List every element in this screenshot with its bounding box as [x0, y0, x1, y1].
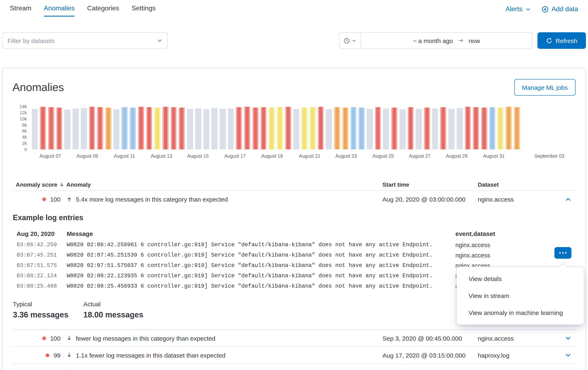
typical-label: Typical — [13, 300, 68, 308]
chart-bar-gray — [457, 108, 463, 150]
refresh-label: Refresh — [556, 37, 577, 44]
tab-settings[interactable]: Settings — [132, 5, 156, 17]
anomaly-description: 5.4x more log messages in this category … — [76, 196, 228, 203]
row-expand-button[interactable] — [562, 349, 574, 361]
chart-bar-red — [40, 107, 46, 150]
anomaly-description: fewer log messages in this category than… — [76, 335, 215, 342]
x-axis-tick: August 15 — [187, 154, 209, 159]
column-header-anomaly-score[interactable]: Anomaly score — [12, 181, 66, 188]
alerts-label: Alerts — [505, 5, 523, 13]
start-time-cell: Aug 20, 2020 @ 03:00:00.000 — [382, 196, 478, 203]
chevron-down-icon — [352, 38, 356, 43]
column-header-label: Anomaly — [66, 181, 91, 188]
logs-anomalies-app: StreamAnomaliesCategoriesSettings Alerts… — [0, 0, 588, 370]
chart-bar-red — [138, 107, 144, 150]
add-data-button[interactable]: Add data — [542, 5, 578, 13]
chart-bar-gray — [73, 109, 79, 150]
nav-actions: Alerts Add data — [505, 5, 578, 17]
log-entry-actions-button[interactable] — [555, 247, 571, 259]
chart-bar-blue — [122, 107, 128, 150]
chart-bar-red — [170, 107, 177, 150]
stat-actual: Actual18.00 messages — [83, 300, 143, 320]
chart-bar-red — [56, 108, 62, 150]
x-axis-tick: August 21 — [299, 154, 321, 159]
x-axis-tick: August 13 — [151, 154, 172, 159]
anomaly-severity-dot — [42, 336, 46, 340]
row-expand-button[interactable] — [562, 193, 574, 205]
refresh-button[interactable]: Refresh — [537, 32, 586, 49]
row-expand-button[interactable] — [562, 366, 574, 370]
log-entry-time: 03:08:22.124 — [13, 273, 67, 279]
refresh-icon — [546, 38, 552, 44]
chart-bar-red — [179, 108, 185, 150]
column-header-dataset[interactable]: Dataset — [478, 181, 561, 188]
tab-anomalies[interactable]: Anomalies — [44, 5, 74, 17]
column-header-start-time[interactable]: Start time — [382, 181, 478, 188]
log-entry-row[interactable]: 03:06:42.259W0820 02:06:42.258961 6 cont… — [13, 240, 576, 250]
chart-bar-red — [375, 107, 381, 150]
expander-cell — [561, 349, 576, 361]
log-table-header: Aug 20, 2020Messageevent.dataset — [13, 227, 576, 240]
top-navigation: StreamAnomaliesCategoriesSettings Alerts… — [0, 0, 588, 17]
x-axis-tick: August 07 — [40, 154, 61, 159]
column-header-anomaly[interactable]: Anomaly — [66, 181, 382, 188]
anomaly-score-value: 100 — [50, 335, 61, 342]
chart-bar-red — [48, 107, 54, 150]
chart-bar-red — [261, 107, 266, 150]
arrow-up-icon — [66, 196, 72, 202]
sort-descending-icon — [60, 182, 64, 187]
menu-item-view-anomaly-in-machine-learning[interactable]: View anomaly in machine learning — [457, 304, 584, 321]
alerts-menu-button[interactable]: Alerts — [505, 5, 531, 13]
log-entry-message: W0820 02:06:42.258961 6 controller.go:91… — [67, 242, 455, 248]
manage-ml-jobs-button[interactable]: Manage ML jobs — [514, 79, 576, 96]
log-entry-message: W0820 02:07:51.575037 6 controller.go:91… — [67, 262, 455, 269]
chart-bar-gray — [211, 108, 218, 150]
expander-cell — [561, 366, 576, 370]
arrow-down-icon — [66, 335, 72, 341]
chart-bar-red — [481, 108, 487, 150]
tab-stream[interactable]: Stream — [10, 5, 31, 17]
row-expand-button[interactable] — [562, 332, 574, 344]
chart-bar-gray — [195, 109, 201, 150]
chart-bar-gray — [293, 109, 299, 150]
chart-bar-red — [162, 107, 168, 150]
x-axis-tick: August 11 — [114, 154, 135, 159]
log-entry-row[interactable]: 03:07:45.251W0820 02:07:45.251539 6 cont… — [13, 250, 576, 260]
table-header-row: Anomaly scoreAnomalyStart timeDataset — [12, 178, 576, 191]
chart-bar-red — [318, 107, 324, 150]
log-entry-time: 03:06:42.259 — [13, 242, 67, 248]
x-axis-tick: August 31 — [483, 154, 505, 159]
chart-bar-gray — [113, 110, 119, 150]
date-quick-select-button[interactable] — [339, 33, 361, 49]
anomaly-severity-dot — [46, 353, 50, 357]
anomaly-score-cell: 100 — [12, 196, 66, 203]
anomaly-table-row: 100fewer log messages in this category t… — [12, 330, 576, 347]
clock-icon — [344, 38, 350, 44]
chart-bar-blue — [489, 107, 495, 150]
actual-value: 18.00 messages — [83, 310, 143, 320]
log-entry-time: 03:07:45.251 — [13, 252, 67, 258]
date-range-display[interactable]: ~ a month ago now — [361, 33, 532, 49]
plus-circle-icon — [542, 6, 549, 13]
dataset-filter-select[interactable]: Filter by datasets — [2, 32, 168, 49]
chart-bar-orange — [342, 108, 348, 150]
date-range-end[interactable]: now — [469, 37, 480, 44]
date-range-start[interactable]: ~ a month ago — [413, 37, 453, 44]
log-entry-context-menu: View detailsView in streamView anomaly i… — [456, 267, 584, 325]
chart-bar-yellow — [497, 108, 504, 150]
x-axis-tick: September 03 — [535, 154, 565, 159]
start-time-cell: Sep 3, 2020 @ 00:45:00.000 — [382, 335, 478, 342]
anomaly-score-value: 99 — [54, 369, 61, 370]
tab-categories[interactable]: Categories — [87, 5, 119, 17]
start-time-cell: Aug 12, 2020 @ 03:15:00.000 — [382, 369, 478, 370]
chart-bar-gray — [187, 109, 193, 150]
log-message-header: Message — [67, 230, 455, 237]
column-header-label: Start time — [382, 181, 409, 188]
chart-bar-orange — [514, 107, 520, 150]
menu-item-view-details[interactable]: View details — [457, 270, 584, 287]
anomaly-description-cell: 1.1x fewer log messages in this dataset … — [66, 351, 382, 359]
chart-bar-red — [236, 107, 242, 150]
stat-typical: Typical3.36 messages — [13, 300, 68, 320]
x-axis-tick: August 29 — [446, 154, 468, 159]
menu-item-view-in-stream[interactable]: View in stream — [457, 287, 584, 304]
